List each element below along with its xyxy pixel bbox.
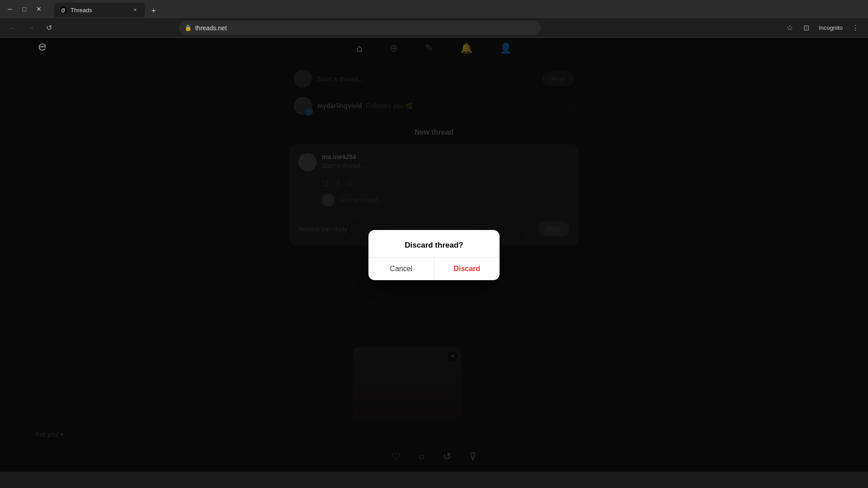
main-content: ⌂ ⊕ ✎ 🔔 👤 Start a thread... Post + mydar… [0, 38, 868, 472]
back-button[interactable]: ← [5, 21, 20, 35]
tab-favicon: @ [60, 6, 67, 14]
address-bar[interactable]: 🔒 threads.net [179, 21, 541, 35]
incognito-button[interactable]: Incognito [815, 23, 846, 33]
url-text: threads.net [195, 24, 535, 32]
browser-toolbar: ← → ↺ 🔒 threads.net ☆ ⊡ Incognito ⋮ [0, 18, 868, 38]
toolbar-actions: ☆ ⊡ Incognito ⋮ [783, 21, 863, 35]
discard-button[interactable]: Discard [434, 258, 500, 280]
discard-dialog: Discard thread? Cancel Discard [368, 230, 500, 280]
close-tab-button[interactable]: × [131, 6, 139, 14]
more-button[interactable]: ⋮ [848, 21, 863, 35]
active-tab[interactable]: @ Threads × [54, 3, 145, 17]
lock-icon: 🔒 [184, 24, 192, 31]
cancel-button[interactable]: Cancel [368, 258, 434, 280]
browser-chrome: ─ □ ✕ @ Threads × + ← → ↺ 🔒 threads.net … [0, 0, 868, 38]
tab-title: Threads [71, 7, 127, 14]
dialog-buttons: Cancel Discard [368, 257, 500, 280]
tab-bar: @ Threads × + [51, 1, 164, 17]
maximize-button[interactable]: □ [18, 3, 31, 15]
overlay-backdrop[interactable]: Discard thread? Cancel Discard [0, 38, 868, 472]
reload-button[interactable]: ↺ [42, 21, 56, 35]
window-controls: ─ □ ✕ [4, 3, 45, 15]
dialog-title: Discard thread? [368, 230, 500, 257]
forward-button[interactable]: → [24, 21, 38, 35]
incognito-label: Incognito [819, 24, 843, 31]
favicon-text: @ [61, 8, 66, 13]
new-tab-button[interactable]: + [147, 5, 160, 17]
browser-titlebar: ─ □ ✕ @ Threads × + [0, 0, 868, 18]
profile-button[interactable]: ⊡ [799, 21, 813, 35]
minimize-button[interactable]: ─ [4, 3, 16, 15]
bookmark-button[interactable]: ☆ [783, 21, 797, 35]
close-window-button[interactable]: ✕ [33, 3, 45, 15]
